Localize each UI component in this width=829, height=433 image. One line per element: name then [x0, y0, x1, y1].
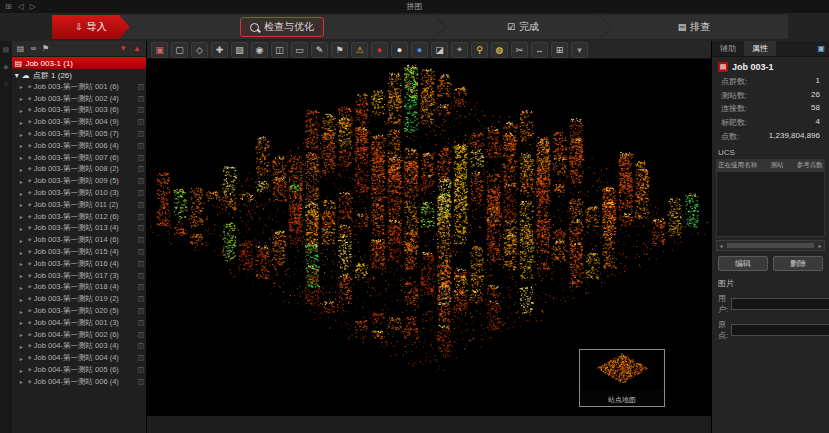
camera-icon[interactable]: ◉ — [251, 42, 268, 58]
scroll-right-icon[interactable]: ▸ — [816, 242, 824, 249]
tree-row[interactable]: ▸ ⌖ Job 003-第一测站 004 (9) ◫ — [12, 116, 146, 128]
expander-icon[interactable]: ▸ — [20, 131, 26, 138]
tree-row[interactable]: ▸ ⌖ Job 003-第一测站 010 (3) ◫ — [12, 187, 146, 199]
tab-auxiliary[interactable]: 辅助 — [712, 41, 744, 56]
tree-row[interactable]: ▸ ⌖ Job 003-第一测站 015 (4) ◫ — [12, 246, 146, 258]
dropdown-arrow-icon[interactable]: ▾ — [571, 42, 588, 58]
photo-icon[interactable]: ◫ — [137, 165, 144, 173]
expander-icon[interactable]: ▸ — [20, 107, 26, 114]
expander-icon[interactable]: ▸ — [20, 249, 26, 256]
tree-row[interactable]: ▸ ⌖ Job 003-第一测站 002 (4) ◫ — [12, 93, 146, 105]
tree-row[interactable]: ▸ ⌖ Job 004-第一测站 006 (4) ◫ — [12, 376, 146, 388]
photo-icon[interactable]: ◫ — [137, 142, 144, 150]
photo-icon[interactable]: ◫ — [137, 248, 144, 256]
expander-icon[interactable]: ▸ — [20, 154, 26, 161]
photo-icon[interactable]: ◫ — [137, 213, 144, 221]
photo-icon[interactable]: ◫ — [137, 177, 144, 185]
scroll-left-icon[interactable]: ◂ — [717, 242, 725, 249]
targets-icon[interactable]: ⚑ — [42, 44, 49, 53]
delete-button[interactable]: 删除 — [773, 256, 823, 271]
tree-row[interactable]: ▸ ⌖ Job 004-第一测站 001 (3) ◫ — [12, 317, 146, 329]
expander-icon[interactable]: ▸ — [20, 225, 26, 232]
tree-row[interactable]: ▸ ⌖ Job 003-第一测站 007 (6) ◫ — [12, 152, 146, 164]
screen-icon[interactable]: ▭ — [291, 42, 308, 58]
tree-row[interactable]: ▸ ⌖ Job 004-第一测站 002 (6) ◫ — [12, 329, 146, 341]
blue-point-icon[interactable]: ● — [411, 42, 428, 58]
expander-icon[interactable]: ▸ — [20, 166, 26, 173]
workflow-step-review[interactable]: ▤ 排查 — [600, 15, 788, 39]
photo-icon[interactable]: ◫ — [137, 342, 144, 350]
expander-icon[interactable]: ▸ — [20, 95, 26, 102]
tree-row[interactable]: ▸ ⌖ Job 003-第一测站 003 (6) ◫ — [12, 105, 146, 117]
origin-input[interactable] — [731, 324, 829, 336]
expander-icon[interactable]: ▸ — [20, 343, 26, 350]
tab-properties[interactable]: 属性 — [744, 41, 776, 56]
tree-root-row[interactable]: ▤ Job 003-1 (1) — [12, 57, 146, 69]
warning-icon[interactable]: ⚠ — [351, 42, 368, 58]
photo-icon[interactable]: ◫ — [137, 272, 144, 280]
tree-row[interactable]: ▸ ⌖ Job 004-第一测站 004 (4) ◫ — [12, 352, 146, 364]
photo-icon[interactable]: ◫ — [137, 189, 144, 197]
photo-icon[interactable]: ◫ — [137, 95, 144, 103]
nav-back-icon[interactable]: ◁ — [18, 2, 24, 11]
tree-row[interactable]: ▸ ⌖ Job 003-第一测站 006 (4) ◫ — [12, 140, 146, 152]
white-point-icon[interactable]: ● — [391, 42, 408, 58]
photo-icon[interactable]: ◫ — [137, 236, 144, 244]
expander-icon[interactable]: ▸ — [20, 284, 26, 291]
photo-icon[interactable]: ◫ — [137, 106, 144, 114]
photo-icon[interactable]: ◫ — [137, 83, 144, 91]
expander-icon[interactable]: ▸ — [20, 119, 26, 126]
expander-icon[interactable]: ▸ — [20, 213, 26, 220]
bulb-icon[interactable]: ◍ — [491, 42, 508, 58]
expander-icon[interactable]: ▸ — [20, 308, 26, 315]
stations-list-icon[interactable]: ▤ — [17, 44, 25, 53]
pin-icon[interactable]: ⚲ — [471, 42, 488, 58]
select-polygon-icon[interactable]: ◇ — [191, 42, 208, 58]
photo-icon[interactable]: ◫ — [137, 260, 144, 268]
expander-icon[interactable]: ▸ — [20, 260, 26, 267]
workflow-step-inspect-optimize[interactable]: 检查与优化 — [118, 15, 446, 39]
clipping-box-icon[interactable]: ▣ — [151, 42, 168, 58]
tree-row[interactable]: ▸ ⌖ Job 003-第一测站 008 (2) ◫ — [12, 164, 146, 176]
expander-icon[interactable]: ▸ — [20, 378, 26, 385]
expander-icon[interactable]: ▸ — [20, 178, 26, 185]
expander-icon[interactable]: ▸ — [20, 201, 26, 208]
tree-row[interactable]: ▸ ⌖ Job 003-第一测站 018 (4) ◫ — [12, 282, 146, 294]
tree-row[interactable]: ▸ ⌖ Job 003-第一测站 017 (3) ◫ — [12, 270, 146, 282]
app-icon[interactable]: ⊞ — [5, 2, 12, 11]
tree-row[interactable]: ▸ ⌖ Job 003-第一测站 001 (6) ◫ — [12, 81, 146, 93]
photo-icon[interactable]: ◫ — [137, 224, 144, 232]
select-rect-icon[interactable]: ▢ — [171, 42, 188, 58]
grid-icon[interactable]: ⊞ — [551, 42, 568, 58]
nav-forward-icon[interactable]: ▷ — [30, 2, 36, 11]
tree-row[interactable]: ▸ ⌖ Job 003-第一测站 011 (2) ◫ — [12, 199, 146, 211]
expander-open-icon[interactable]: ▾ — [15, 71, 19, 80]
tree-row[interactable]: ▸ ⌖ Job 003-第一测站 009 (5) ◫ — [12, 175, 146, 187]
expander-icon[interactable]: ▸ — [20, 355, 26, 362]
photo-icon[interactable]: ◫ — [137, 331, 144, 339]
tree-row[interactable]: ▸ ⌖ Job 004-第一测站 005 (6) ◫ — [12, 364, 146, 376]
expander-icon[interactable]: ▸ — [20, 237, 26, 244]
expander-icon[interactable]: ▸ — [20, 331, 26, 338]
cut-icon[interactable]: ✂ — [511, 42, 528, 58]
photo-icon[interactable]: ◫ — [137, 319, 144, 327]
tree-row[interactable]: ▸ ⌖ Job 003-第一测站 005 (7) ◫ — [12, 128, 146, 140]
ucs-horizontal-scrollbar[interactable]: ◂ ▸ — [716, 240, 825, 251]
minimap[interactable]: 站点地图 — [579, 349, 665, 407]
photo-icon[interactable]: ◫ — [137, 154, 144, 162]
tree-row[interactable]: ▸ ⌖ Job 003-第一测站 014 (6) ◫ — [12, 234, 146, 246]
tree-row[interactable]: ▸ ⌖ Job 004-第一测站 003 (4) ◫ — [12, 341, 146, 353]
panel-toggle-icon[interactable]: ▤ — [3, 46, 10, 54]
target-icon[interactable]: ⌖ — [451, 42, 468, 58]
expander-icon[interactable]: ▸ — [20, 272, 26, 279]
filter-up-icon[interactable]: ▲ — [133, 44, 141, 53]
expander-icon[interactable]: ▸ — [20, 319, 26, 326]
photo-icon[interactable]: ◫ — [137, 130, 144, 138]
photo-icon[interactable]: ◫ — [137, 283, 144, 291]
photo-icon[interactable]: ◫ — [137, 295, 144, 303]
user-input[interactable] — [731, 298, 829, 310]
pencil-icon[interactable]: ✎ — [311, 42, 328, 58]
expander-icon[interactable]: ▸ — [20, 83, 26, 90]
pan-icon[interactable]: ✚ — [211, 42, 228, 58]
expander-icon[interactable]: ▸ — [20, 142, 26, 149]
